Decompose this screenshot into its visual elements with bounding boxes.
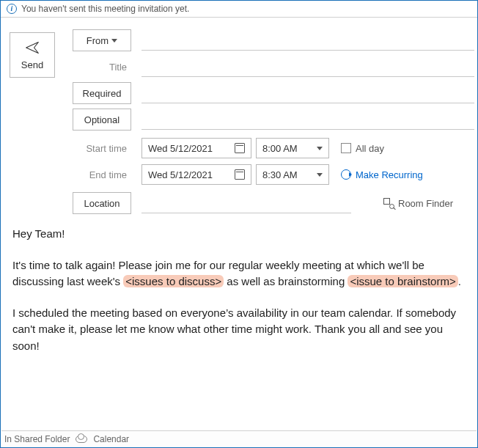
chevron-down-icon — [317, 173, 323, 177]
placeholder-highlight: <issue to brainstorm> — [348, 275, 457, 287]
checkbox-box — [341, 143, 351, 153]
end-date-value: Wed 5/12/2021 — [148, 169, 213, 180]
status-folder: In Shared Folder — [4, 434, 70, 444]
compose-area: Send From Title Required Optional Start … — [1, 18, 477, 214]
info-icon: i — [7, 4, 17, 14]
optional-button[interactable]: Optional — [73, 109, 131, 131]
calendar-icon — [235, 143, 245, 153]
all-day-label: All day — [356, 143, 384, 154]
chevron-down-icon — [111, 39, 117, 43]
location-button[interactable]: Location — [73, 192, 131, 214]
room-finder-label: Room Finder — [398, 198, 453, 209]
room-finder-link[interactable]: Room Finder — [383, 198, 453, 209]
make-recurring-label: Make Recurring — [356, 169, 423, 180]
make-recurring-link[interactable]: Make Recurring — [341, 169, 423, 180]
body-para-2: It's time to talk again! Please join me … — [12, 257, 466, 290]
end-date-picker[interactable]: Wed 5/12/2021 — [141, 164, 251, 185]
from-input[interactable] — [141, 30, 474, 51]
optional-input[interactable] — [141, 109, 474, 130]
start-time-value: 8:00 AM — [262, 143, 298, 154]
from-button-label: From — [87, 35, 109, 46]
recurring-icon — [341, 169, 351, 180]
start-date-picker[interactable]: Wed 5/12/2021 — [141, 138, 251, 158]
start-date-value: Wed 5/12/2021 — [148, 143, 213, 154]
placeholder-highlight: <issues to discuss> — [123, 275, 224, 287]
calendar-icon — [235, 169, 245, 180]
end-time-label: End time — [73, 169, 131, 180]
fields-column: From Title Required Optional Start time … — [73, 29, 474, 214]
body-greeting: Hey Team! — [12, 226, 466, 243]
chevron-down-icon — [317, 147, 323, 150]
all-day-checkbox[interactable]: All day — [341, 143, 384, 154]
required-input[interactable] — [141, 83, 474, 103]
from-button[interactable]: From — [73, 29, 131, 51]
end-time-picker[interactable]: 8:30 AM — [256, 164, 329, 185]
title-input[interactable] — [141, 56, 474, 77]
status-bar: In Shared Folder Calendar — [1, 430, 477, 447]
status-context: Calendar — [93, 434, 129, 444]
cloud-icon — [76, 436, 87, 443]
required-button[interactable]: Required — [73, 82, 131, 104]
send-button[interactable]: Send — [10, 32, 55, 78]
info-text: You haven't sent this meeting invitation… — [21, 4, 189, 14]
body-text-frag: as well as brainstorming — [224, 275, 348, 287]
send-label: Send — [21, 59, 43, 70]
title-label: Title — [73, 56, 131, 78]
send-icon — [25, 40, 40, 55]
end-time-value: 8:30 AM — [262, 169, 298, 180]
message-body[interactable]: Hey Team! It's time to talk again! Pleas… — [1, 214, 477, 381]
start-time-picker[interactable]: 8:00 AM — [256, 138, 329, 158]
info-bar: i You haven't sent this meeting invitati… — [1, 1, 477, 18]
body-text-frag: . — [458, 275, 461, 287]
room-finder-icon — [383, 198, 394, 208]
location-input[interactable] — [141, 193, 351, 213]
start-time-label: Start time — [73, 143, 131, 154]
body-para-3: I scheduled the meeting based on everyon… — [12, 305, 466, 355]
